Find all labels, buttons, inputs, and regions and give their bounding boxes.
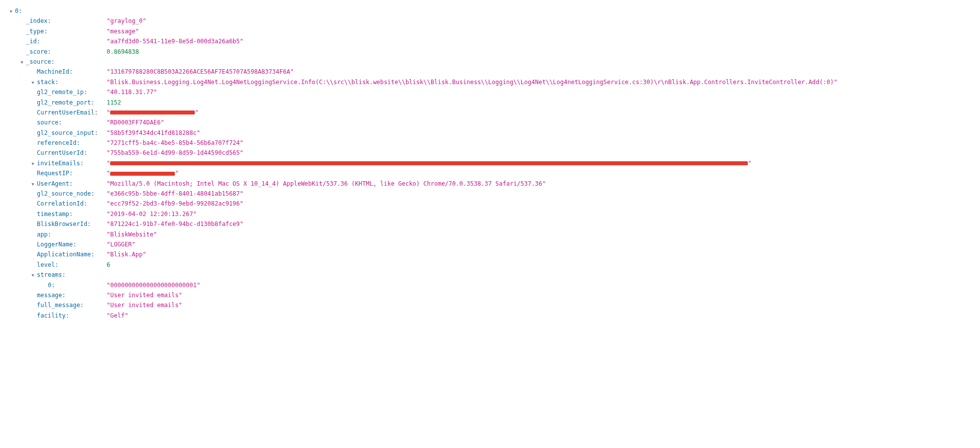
json-row: _type:message <box>9 26 971 36</box>
json-value: e366c95b-5bbe-4dff-8401-48041ab15687 <box>107 189 244 199</box>
json-row: LoggerName:LOGGER <box>9 239 971 249</box>
json-row: MachineId:131679788280C8B503A2266ACE56AF… <box>9 67 971 77</box>
json-row: message:User invited emails <box>9 290 971 300</box>
json-value: LOGGER <box>107 239 136 249</box>
json-value: aa7fd3d0-5541-11e9-8e5d-000d3a26a6b5 <box>107 36 244 46</box>
json-tree: ▼0:_index:graylog_0_type:message_id:aa7f… <box>9 6 971 321</box>
json-key: gl2_remote_ip <box>37 87 84 97</box>
chevron-down-icon[interactable]: ▼ <box>31 79 35 87</box>
json-value: "" <box>107 108 198 117</box>
json-row[interactable]: ▼_source: <box>9 57 971 67</box>
json-key: _index <box>26 16 47 26</box>
json-row: _index:graylog_0 <box>9 16 971 26</box>
json-value: User invited emails <box>107 290 182 300</box>
json-row: CorrelationId:ecc79f52-2bd3-4fb9-9ebd-99… <box>9 199 971 209</box>
json-value: graylog_0 <box>107 16 146 26</box>
chevron-down-icon[interactable]: ▼ <box>31 272 35 279</box>
json-row: _id:aa7fd3d0-5541-11e9-8e5d-000d3a26a6b5 <box>9 36 971 46</box>
redacted-bar <box>110 111 195 114</box>
json-row[interactable]: ▼inviteEmails:"" <box>9 158 971 168</box>
json-value: ecc79f52-2bd3-4fb9-9ebd-992082ac9196 <box>107 199 244 209</box>
json-value: RD0003FF74DAE6 <box>107 117 164 127</box>
json-row: referenceId:7271cff5-ba4c-4be5-85b4-56b6… <box>9 138 971 148</box>
json-row: gl2_remote_ip:40.118.31.77 <box>9 87 971 97</box>
json-key: _score <box>26 47 47 57</box>
redacted-bar <box>110 172 175 176</box>
json-key: ApplicationName <box>37 249 91 259</box>
json-row: level:6 <box>9 260 971 270</box>
json-value: Blisk.App <box>107 249 146 259</box>
json-row[interactable]: ▼stack:Blisk.Business.Logging.Log4Net.Lo… <box>9 77 971 87</box>
json-key: 0 <box>15 6 18 16</box>
json-row: app:BliskWebsite <box>9 229 971 239</box>
json-value: Gelf <box>107 311 128 321</box>
json-key: _id <box>26 36 37 46</box>
json-value: 40.118.31.77 <box>107 87 157 97</box>
json-key: inviteEmails <box>37 158 80 168</box>
json-value: "" <box>107 168 178 178</box>
json-row: full_message:User invited emails <box>9 300 971 310</box>
json-key: CorrelationId <box>37 199 84 209</box>
json-row: gl2_remote_port:1152 <box>9 98 971 108</box>
json-value: 0.8694838 <box>107 47 139 57</box>
json-key: streams <box>37 270 62 280</box>
json-row: BliskBrowserId:871224c1-91b7-4fe0-94bc-d… <box>9 219 971 229</box>
json-row[interactable]: ▼streams: <box>9 270 971 280</box>
json-row[interactable]: ▼UserAgent:Mozilla/5.0 (Macintosh; Intel… <box>9 179 971 189</box>
json-value: Mozilla/5.0 (Macintosh; Intel Mac OS X 1… <box>107 179 546 189</box>
json-key: UserAgent <box>37 179 69 189</box>
json-key: gl2_remote_port <box>37 98 91 108</box>
json-key: facility <box>37 311 66 321</box>
json-value: 58b5f39f434dc41fd818288c <box>107 128 200 138</box>
json-key: full_message <box>37 300 80 310</box>
json-row: 0:000000000000000000000001 <box>9 280 971 290</box>
chevron-down-icon[interactable]: ▼ <box>31 181 35 188</box>
json-key: message <box>37 290 62 300</box>
json-value: 871224c1-91b7-4fe0-94bc-d130b8fafce9 <box>107 219 244 229</box>
json-value: 755ba559-6e1d-4d99-8d59-1d44590cd565 <box>107 148 244 158</box>
json-key: stack <box>37 77 55 87</box>
json-key: source <box>37 117 58 127</box>
json-value: "" <box>107 158 751 168</box>
json-key: _type <box>26 26 44 36</box>
json-key: _source <box>26 57 51 67</box>
json-key: LoggerName <box>37 239 73 249</box>
json-row: ApplicationName:Blisk.App <box>9 249 971 259</box>
json-value: 6 <box>107 260 110 270</box>
json-row: CurrentUserEmail:"" <box>9 108 971 117</box>
json-key: BliskBrowserId <box>37 219 87 229</box>
json-key: level <box>37 260 55 270</box>
json-key: app <box>37 229 48 239</box>
json-value: Blisk.Business.Logging.Log4Net.Log4NetLo… <box>107 77 838 87</box>
json-row: _score:0.8694838 <box>9 47 971 57</box>
json-row: gl2_source_input:58b5f39f434dc41fd818288… <box>9 128 971 138</box>
chevron-down-icon[interactable]: ▼ <box>9 8 13 15</box>
json-value: 000000000000000000000001 <box>107 280 200 290</box>
json-key: 0 <box>48 280 51 290</box>
json-row: CurrentUserId:755ba559-6e1d-4d99-8d59-1d… <box>9 148 971 158</box>
redacted-bar <box>110 161 748 165</box>
json-value: User invited emails <box>107 300 182 310</box>
json-row-root[interactable]: ▼0: <box>9 6 971 16</box>
json-row: facility:Gelf <box>9 311 971 321</box>
chevron-down-icon[interactable]: ▼ <box>20 59 24 66</box>
json-value: 7271cff5-ba4c-4be5-85b4-56b6a707f724 <box>107 138 244 148</box>
json-value: 131679788280C8B503A2266ACE56AF7E45707A59… <box>107 67 294 77</box>
json-key: timestamp <box>37 209 69 219</box>
json-value: BliskWebsite <box>107 229 157 239</box>
json-value: 1152 <box>107 98 121 108</box>
json-row: RequestIP:"" <box>9 168 971 178</box>
json-value: 2019-04-02 12:20:13.267 <box>107 209 197 219</box>
json-key: gl2_source_node <box>37 189 91 199</box>
json-row: source:RD0003FF74DAE6 <box>9 117 971 127</box>
json-key: RequestIP <box>37 168 69 178</box>
json-row: gl2_source_node:e366c95b-5bbe-4dff-8401-… <box>9 189 971 199</box>
json-row: timestamp:2019-04-02 12:20:13.267 <box>9 209 971 219</box>
json-key: referenceId <box>37 138 76 148</box>
json-key: gl2_source_input <box>37 128 95 138</box>
chevron-down-icon[interactable]: ▼ <box>31 160 35 168</box>
json-key: MachineId <box>37 67 69 77</box>
json-key: CurrentUserEmail <box>37 108 95 117</box>
json-key: CurrentUserId <box>37 148 84 158</box>
json-value: message <box>107 26 139 36</box>
